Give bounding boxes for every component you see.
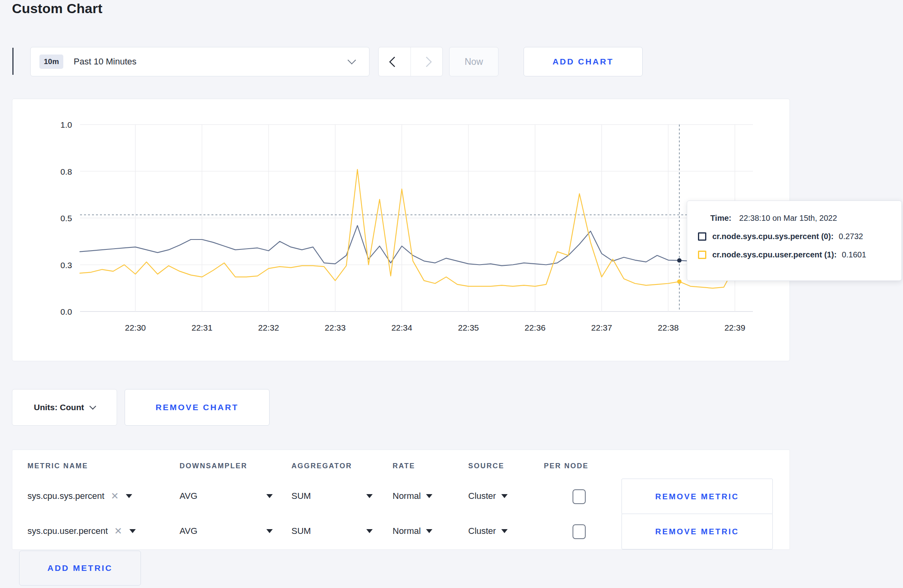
rate-value: Normal xyxy=(393,526,421,536)
metric-dropdown-caret-icon[interactable] xyxy=(126,494,132,498)
caret-down-icon xyxy=(501,529,508,533)
caret-down-icon xyxy=(426,494,432,498)
col-header-rate: RATE xyxy=(393,462,415,470)
col-header-per-node: PER NODE xyxy=(544,462,588,470)
prev-time-button[interactable] xyxy=(379,47,410,76)
caret-down-icon xyxy=(501,494,508,498)
caret-down-icon xyxy=(266,529,273,533)
aggregator-value: SUM xyxy=(291,491,311,501)
caret-down-icon xyxy=(426,529,432,533)
units-label: Units: Count xyxy=(34,403,84,412)
metric-dropdown-caret-icon[interactable] xyxy=(129,529,136,533)
downsampler-value: AVG xyxy=(180,491,197,501)
metric-name-cell: sys.cpu.user.percent ✕ xyxy=(27,514,136,549)
units-select[interactable]: Units: Count xyxy=(12,389,117,426)
svg-text:22:35: 22:35 xyxy=(458,323,479,332)
svg-text:22:39: 22:39 xyxy=(724,323,745,332)
table-row: sys.cpu.sys.percent ✕ AVG SUM Normal Clu… xyxy=(12,479,790,514)
toolbar-left-divider xyxy=(12,48,14,75)
time-nav-group xyxy=(378,47,443,76)
col-header-metric-name: METRIC NAME xyxy=(27,462,88,470)
remove-metric-button[interactable]: REMOVE METRIC xyxy=(622,479,773,514)
svg-text:22:34: 22:34 xyxy=(391,323,412,332)
next-time-button[interactable] xyxy=(410,47,443,76)
svg-text:22:33: 22:33 xyxy=(325,323,346,332)
chevron-left-icon xyxy=(389,56,400,67)
svg-text:0.3: 0.3 xyxy=(61,261,72,270)
rate-value: Normal xyxy=(393,491,421,501)
chart-panel: 0.00.30.50.81.022:3022:3122:3222:3322:34… xyxy=(12,99,790,361)
per-node-checkbox[interactable] xyxy=(573,524,586,539)
remove-chart-button[interactable]: REMOVE CHART xyxy=(125,389,270,426)
metric-name-value: sys.cpu.user.percent xyxy=(27,526,108,536)
tooltip-sys-label: cr.node.sys.cpu.sys.percent (0): xyxy=(712,232,834,241)
svg-text:0.5: 0.5 xyxy=(61,214,72,223)
svg-text:22:37: 22:37 xyxy=(591,323,612,332)
add-chart-button[interactable]: ADD CHART xyxy=(524,47,643,76)
svg-text:22:36: 22:36 xyxy=(525,323,546,332)
downsampler-value: AVG xyxy=(180,526,197,536)
tooltip-sys-value: 0.2732 xyxy=(839,232,863,241)
table-row: sys.cpu.user.percent ✕ AVG SUM Normal Cl… xyxy=(12,514,790,549)
svg-text:0.0: 0.0 xyxy=(61,307,72,316)
per-node-checkbox[interactable] xyxy=(573,489,586,504)
metric-name-cell: sys.cpu.sys.percent ✕ xyxy=(27,479,132,514)
tooltip-series-row: cr.node.sys.cpu.sys.percent (0): 0.2732 xyxy=(698,232,901,241)
tooltip-time-row: Time: 22:38:10 on Mar 15th, 2022 xyxy=(710,214,901,223)
time-range-select[interactable]: 10m Past 10 Minutes xyxy=(30,47,369,76)
source-value: Cluster xyxy=(468,526,496,536)
chevron-down-icon xyxy=(89,403,96,410)
col-header-source: SOURCE xyxy=(468,462,504,470)
time-range-label: Past 10 Minutes xyxy=(74,56,137,67)
caret-down-icon xyxy=(366,529,373,533)
svg-text:22:30: 22:30 xyxy=(125,323,146,332)
svg-text:22:38: 22:38 xyxy=(658,323,679,332)
downsampler-select[interactable]: AVG xyxy=(180,479,273,514)
aggregator-select[interactable]: SUM xyxy=(291,479,373,514)
svg-text:0.8: 0.8 xyxy=(61,167,72,176)
chart-tooltip: Time: 22:38:10 on Mar 15th, 2022 cr.node… xyxy=(687,201,902,281)
tooltip-time-value: 22:38:10 on Mar 15th, 2022 xyxy=(739,214,837,222)
svg-text:22:31: 22:31 xyxy=(192,323,213,332)
user-series-swatch-icon xyxy=(698,251,706,259)
sys-series-swatch-icon xyxy=(698,232,706,241)
now-button[interactable]: Now xyxy=(449,47,498,76)
remove-metric-button[interactable]: REMOVE METRIC xyxy=(622,514,773,549)
remove-tag-icon[interactable]: ✕ xyxy=(111,491,119,501)
metric-name-value: sys.cpu.sys.percent xyxy=(27,491,104,501)
rate-select[interactable]: Normal xyxy=(393,514,432,549)
tooltip-user-label: cr.node.sys.cpu.user.percent (1): xyxy=(712,250,837,259)
downsampler-select[interactable]: AVG xyxy=(180,514,273,549)
chevron-right-icon xyxy=(421,56,432,67)
source-select[interactable]: Cluster xyxy=(468,479,508,514)
col-header-downsampler: DOWNSAMPLER xyxy=(180,462,247,470)
aggregator-select[interactable]: SUM xyxy=(291,514,373,549)
page-title: Custom Chart xyxy=(12,1,102,16)
time-range-badge: 10m xyxy=(39,55,63,69)
custom-chart-page: Custom Chart 10m Past 10 Minutes Now ADD… xyxy=(0,0,903,588)
svg-text:22:32: 22:32 xyxy=(258,323,279,332)
metrics-table: METRIC NAME DOWNSAMPLER AGGREGATOR RATE … xyxy=(12,450,790,550)
tooltip-user-value: 0.1601 xyxy=(842,250,866,259)
add-metric-button[interactable]: ADD METRIC xyxy=(19,551,141,586)
source-select[interactable]: Cluster xyxy=(468,514,508,549)
cpu-usage-line-chart[interactable]: 0.00.30.50.81.022:3022:3122:3222:3322:34… xyxy=(12,99,790,361)
col-header-aggregator: AGGREGATOR xyxy=(291,462,352,470)
caret-down-icon xyxy=(366,494,373,498)
tooltip-series-row: cr.node.sys.cpu.user.percent (1): 0.1601 xyxy=(698,250,901,259)
rate-select[interactable]: Normal xyxy=(393,479,432,514)
source-value: Cluster xyxy=(468,491,496,501)
caret-down-icon xyxy=(266,494,273,498)
chevron-down-icon xyxy=(348,56,356,64)
aggregator-value: SUM xyxy=(291,526,311,536)
svg-text:1.0: 1.0 xyxy=(61,120,72,129)
remove-tag-icon[interactable]: ✕ xyxy=(114,526,122,536)
tooltip-time-label: Time: xyxy=(710,214,731,222)
